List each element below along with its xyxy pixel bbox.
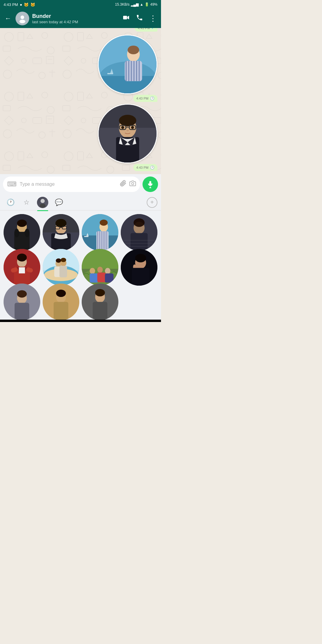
bottom-navigation: ≡ □ ‹ <box>0 320 161 322</box>
status-bar-left: 4:43 PM ● 🐱 🐱 <box>4 2 35 7</box>
svg-point-37 <box>14 229 19 237</box>
sticker-tab-stickers[interactable]: 💬 <box>52 196 66 209</box>
chat-messages: 4:43 PM ✓ <box>0 28 161 174</box>
message-tick: ✓ <box>151 28 154 30</box>
svg-rect-72 <box>19 267 25 273</box>
sticker-item[interactable] <box>43 249 79 286</box>
battery-percent: 49% <box>150 2 157 7</box>
svg-point-24 <box>131 126 134 129</box>
camera-icon[interactable] <box>129 180 136 188</box>
back-button[interactable]: ← <box>4 13 13 24</box>
svg-rect-65 <box>121 243 157 244</box>
svg-point-106 <box>56 290 66 297</box>
sticker-item[interactable] <box>82 284 118 320</box>
svg-rect-15 <box>139 61 140 81</box>
svg-rect-64 <box>121 240 157 241</box>
svg-rect-13 <box>133 61 134 81</box>
svg-point-110 <box>95 289 105 297</box>
svg-point-19 <box>119 115 136 126</box>
svg-rect-14 <box>136 61 137 81</box>
recent-icon: 🕐 <box>7 199 15 206</box>
message-tick-clock-3: 🕐 <box>150 165 154 170</box>
sticker-item[interactable] <box>43 284 79 320</box>
svg-rect-66 <box>121 246 157 247</box>
contact-info[interactable]: Bunder last seen today at 4:42 PM <box>32 13 120 24</box>
notification-icon2: 🐱 <box>30 2 35 7</box>
svg-point-80 <box>56 258 61 262</box>
svg-rect-87 <box>82 249 118 269</box>
sticker-item[interactable] <box>4 249 40 286</box>
sticker-tab-custom[interactable] <box>36 196 49 209</box>
message-input[interactable]: Type a message <box>20 182 117 187</box>
sticker-image <box>98 35 157 94</box>
svg-point-70 <box>17 253 27 261</box>
svg-rect-10 <box>126 61 127 81</box>
svg-rect-91 <box>97 273 106 282</box>
message-input-bar: ⌨ Type a message <box>0 174 161 194</box>
message-time-bubble-3: 4:43 PM 🕐 <box>133 164 157 171</box>
mic-button[interactable] <box>143 177 158 192</box>
svg-rect-111 <box>93 302 107 320</box>
sticker-picker: 🕐 ☆ 💬 + <box>0 194 161 320</box>
svg-point-90 <box>97 267 103 273</box>
svg-rect-12 <box>131 61 132 81</box>
svg-rect-11 <box>128 61 129 81</box>
svg-rect-89 <box>90 273 98 283</box>
voice-call-button[interactable] <box>136 14 143 23</box>
sticker-tabs: 🕐 ☆ 💬 + <box>0 194 161 210</box>
svg-point-96 <box>135 254 146 262</box>
sticker-tab-favorites[interactable]: ☆ <box>20 196 33 209</box>
svg-rect-2 <box>123 16 127 19</box>
svg-point-102 <box>17 290 27 298</box>
signal-icon: ▂▄▆ <box>131 2 139 7</box>
add-sticker-pack-button[interactable]: + <box>147 197 157 208</box>
sticker-item[interactable] <box>4 284 40 320</box>
message-tick-clock: 🕐 <box>150 96 154 100</box>
sticker-item[interactable] <box>121 249 157 286</box>
svg-point-32 <box>40 204 46 208</box>
contact-avatar[interactable] <box>16 12 29 25</box>
svg-rect-93 <box>105 273 114 283</box>
sticker-item[interactable] <box>82 214 118 251</box>
sticker-item[interactable] <box>82 249 118 286</box>
svg-point-50 <box>100 219 108 226</box>
favorites-icon: ☆ <box>24 199 30 206</box>
sticker-tab-recent[interactable]: 🕐 <box>4 196 17 209</box>
header-icons: ⋮ <box>123 14 157 23</box>
battery-icon: 🔋 <box>145 2 149 7</box>
chat-area: 4:43 PM ✓ <box>0 28 161 174</box>
network-speed: 15.3KB/s <box>115 2 130 7</box>
svg-rect-84 <box>59 266 67 277</box>
sticker-item[interactable] <box>43 214 79 251</box>
status-bar-right: 15.3KB/s ▂▄▆ ▲ 🔋 49% <box>115 2 157 7</box>
stickers-icon: 💬 <box>55 199 63 206</box>
wifi-icon: ▲ <box>140 2 143 7</box>
svg-point-38 <box>25 229 30 237</box>
svg-point-92 <box>105 268 110 274</box>
video-call-button[interactable] <box>123 14 130 23</box>
svg-point-35 <box>17 219 27 227</box>
sticker-item[interactable] <box>121 214 157 251</box>
svg-point-31 <box>41 199 45 203</box>
attach-icon[interactable] <box>120 180 126 188</box>
sticker-image-2 <box>98 104 157 163</box>
svg-point-23 <box>121 126 124 129</box>
contact-name: Bunder <box>32 13 120 19</box>
svg-point-8 <box>128 46 139 54</box>
message-timestamp: 4:43 PM <box>138 28 150 30</box>
contact-status: last seen today at 4:42 PM <box>32 20 120 24</box>
svg-rect-103 <box>15 303 29 320</box>
status-bar: 4:43 PM ● 🐱 🐱 15.3KB/s ▂▄▆ ▲ 🔋 49% <box>0 0 161 9</box>
message-sticker-2: 4:43 PM 🕐 <box>98 104 157 171</box>
message-input-container[interactable]: ⌨ Type a message <box>3 177 140 192</box>
chat-header: ← Bunder last seen today at 4:42 PM ⋮ <box>0 9 161 28</box>
whatsapp-icon: ● <box>20 2 22 7</box>
more-options-button[interactable]: ⋮ <box>149 14 157 23</box>
sticker-item[interactable] <box>4 214 40 251</box>
svg-rect-99 <box>132 268 149 285</box>
notification-icon1: 🐱 <box>24 2 29 7</box>
sticker-grid <box>0 210 161 320</box>
keyboard-icon[interactable]: ⌨ <box>7 180 17 188</box>
message-timestamp: 4:43 PM <box>136 97 148 100</box>
svg-rect-63 <box>131 233 148 251</box>
